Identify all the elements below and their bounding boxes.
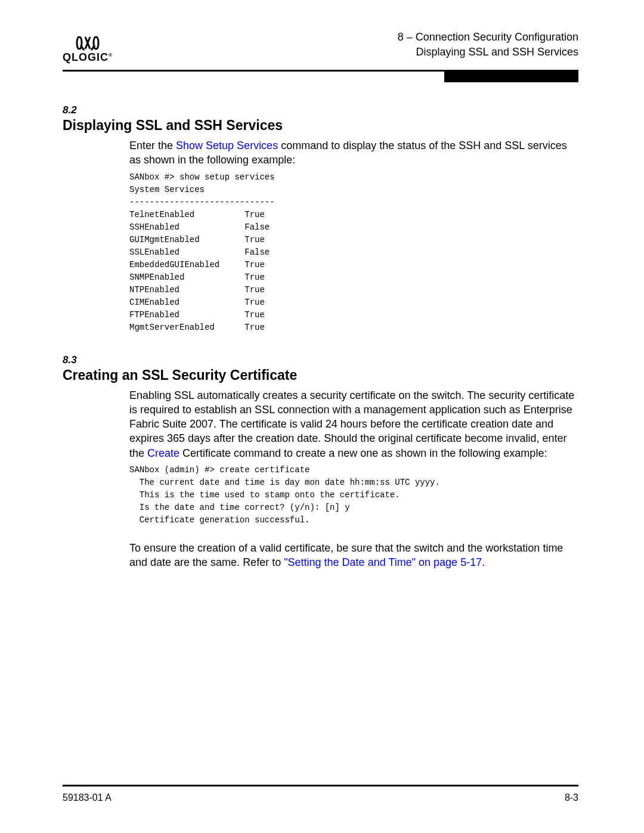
- page-header: QLOGIC® 8 – Connection Security Configur…: [63, 30, 578, 64]
- footer-page-number: 8-3: [565, 792, 578, 803]
- footer-doc-number: 59183-01 A: [63, 792, 112, 803]
- page-content: 8.2 Displaying SSL and SSH Services Ente…: [63, 104, 578, 570]
- section-8-2-intro: Enter the Show Setup Services command to…: [129, 138, 578, 168]
- code-block-services: SANbox #> show setup services System Ser…: [129, 171, 578, 334]
- logo-text-label: QLOGIC: [63, 51, 109, 63]
- para2-text-post: .: [482, 556, 485, 568]
- intro-text-pre: Enter the: [129, 140, 176, 151]
- section-number-8-2: 8.2: [63, 104, 578, 116]
- section-8-3-body: Enabling SSL automatically creates a sec…: [129, 388, 578, 570]
- black-tab-bar: [444, 70, 578, 82]
- section-heading-8-2: Displaying SSL and SSH Services: [63, 117, 578, 134]
- section-heading-8-3: Creating an SSL Security Certificate: [63, 367, 578, 383]
- section-8-3-para1: Enabling SSL automatically creates a sec…: [129, 388, 578, 460]
- setting-date-time-link[interactable]: "Setting the Date and Time" on page 5-17: [284, 556, 482, 568]
- section-8-2-body: Enter the Show Setup Services command to…: [129, 138, 578, 334]
- section-8-3-para2: To ensure the creation of a valid certif…: [129, 541, 578, 570]
- code-block-certificate: SANbox (admin) #> create certificate The…: [129, 464, 578, 527]
- logo-text: QLOGIC®: [63, 51, 113, 64]
- header-section-title: Displaying SSL and SSH Services: [398, 45, 578, 60]
- header-right-text: 8 – Connection Security Configuration Di…: [398, 30, 578, 60]
- create-link[interactable]: Create: [147, 447, 179, 459]
- section-number-8-3: 8.3: [63, 354, 578, 366]
- logo-glyph-icon: [76, 35, 100, 51]
- page-container: QLOGIC® 8 – Connection Security Configur…: [0, 0, 644, 833]
- page-footer: 59183-01 A 8-3: [63, 785, 578, 803]
- logo-registered-icon: ®: [109, 52, 113, 58]
- qlogic-logo: QLOGIC®: [63, 35, 113, 64]
- section-8-3: 8.3 Creating an SSL Security Certificate…: [63, 354, 578, 570]
- para1-text-post: Certificate command to create a new one …: [179, 447, 547, 459]
- header-chapter-title: 8 – Connection Security Configuration: [398, 30, 578, 45]
- show-setup-services-link[interactable]: Show Setup Services: [176, 140, 278, 151]
